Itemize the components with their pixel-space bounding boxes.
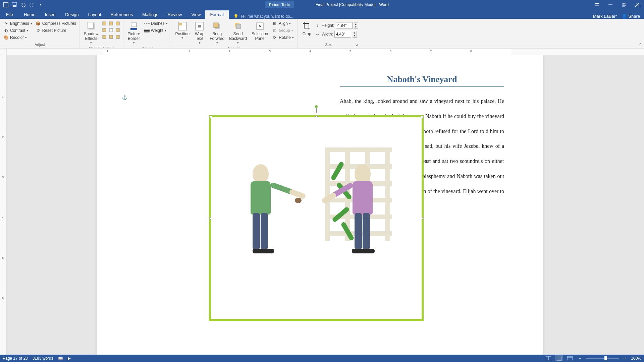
page-indicator[interactable]: Page 17 of 28 [3,356,28,361]
rotate-handle[interactable] [315,105,318,108]
tab-references[interactable]: References [106,10,138,19]
align-label: Align [279,21,288,26]
width-input[interactable] [334,31,351,38]
svg-rect-7 [622,4,625,6]
tab-design[interactable]: Design [60,10,83,19]
bring-forward-button[interactable]: Bring Forward▾ [208,20,226,46]
print-layout-icon[interactable] [555,355,563,361]
save-icon[interactable] [11,2,17,8]
group-icon: ⊡ [272,28,277,33]
title-bar: ▾ Picture Tools Final Project [Compatibi… [0,0,644,9]
weight-button[interactable]: Weight▾ [143,27,169,34]
compress-pictures-button[interactable]: 📦Compress Pictures [34,20,77,27]
close-button[interactable] [631,0,644,9]
shadow-on-off[interactable] [108,27,114,34]
zoom-out-button[interactable]: − [577,356,583,361]
read-mode-icon[interactable] [544,355,552,361]
lightbulb-icon: 💡 [233,14,238,19]
qat-customize-icon[interactable]: ▾ [38,2,44,8]
page: Naboth's Vineyard Ahab, the king, looked… [97,55,543,355]
shadow-icon [86,21,97,32]
send-backward-button[interactable]: Send Backward▾ [227,20,249,46]
recolor-button[interactable]: 🎨Recolor▾ [2,34,34,41]
ruler-h-mark: 6 [390,50,391,53]
shadow-nudge-left[interactable] [101,27,108,34]
svg-rect-40 [567,356,573,360]
rotate-button[interactable]: ⟳Rotate▾ [271,34,295,41]
user-name[interactable]: Mark LaBarr [593,14,617,19]
zoom-slider[interactable] [586,358,619,359]
svg-rect-3 [13,5,16,7]
picture-border-button[interactable]: Picture Border▾ [125,20,142,46]
tab-mailings[interactable]: Mailings [138,10,163,19]
svg-rect-23 [130,28,137,30]
minimize-button[interactable] [604,0,617,9]
reset-picture-button[interactable]: ↺Reset Picture [34,27,77,34]
vertical-ruler[interactable]: 1 2 3 4 5 6 [0,55,7,355]
align-button[interactable]: ⊞Align▾ [271,20,295,27]
document-area[interactable]: Naboth's Vineyard Ahab, the king, looked… [7,55,644,355]
group-border: Picture Border▾ Dashes▾ Weight▾ Border◢ [123,19,171,48]
size-launcher-icon[interactable]: ◢ [355,43,358,47]
height-spinner[interactable]: ▲▼ [354,22,358,29]
selected-picture[interactable] [209,115,424,321]
web-layout-icon[interactable] [566,355,574,361]
tab-format[interactable]: Format [205,10,228,19]
tab-view[interactable]: View [186,10,205,19]
shadow-nudge-up-left[interactable] [101,20,108,27]
ruler-h-mark: 3 [269,50,271,53]
share-icon: 👤 [622,14,627,19]
position-button[interactable]: Position▾ [173,20,192,41]
tab-layout[interactable]: Layout [84,10,106,19]
picture-border-label: Picture Border [127,32,140,41]
object-anchor-icon[interactable]: ⚓ [122,95,127,100]
tab-home[interactable]: Home [19,10,40,19]
height-input[interactable] [336,22,353,29]
rotate-icon: ⟳ [272,35,277,40]
macro-icon[interactable]: ▶ [68,356,71,361]
collapse-ribbon-icon[interactable]: ㅅ [639,42,642,47]
bring-forward-icon [212,21,222,32]
shadow-nudge-up-right[interactable] [114,20,121,27]
zoom-in-button[interactable]: + [622,356,628,361]
selection-pane-button[interactable]: Selection Pane [250,20,270,42]
width-spinner[interactable]: ▲▼ [353,31,357,38]
window-title: Final Project [Compatibility Mode] - Wor… [316,2,389,7]
shadow-nudge-right[interactable] [114,27,121,34]
zoom-level[interactable]: 100% [631,356,641,361]
position-icon [177,21,188,32]
shadow-nudge-up[interactable] [108,20,114,27]
tab-file[interactable]: File [0,10,19,19]
tell-me-search[interactable]: 💡 Tell me what you want to do... [229,14,298,19]
redo-icon[interactable] [29,2,35,8]
tab-insert[interactable]: Insert [40,10,61,19]
shadow-nudge-down-right[interactable] [114,34,121,40]
recolor-icon: 🎨 [3,35,9,40]
weight-label: Weight [151,28,163,33]
crop-button[interactable]: Crop [300,20,314,37]
undo-icon[interactable] [20,2,26,8]
ruler-v-mark: 6 [2,296,4,300]
shadow-nudge-down-left[interactable] [101,34,108,40]
zoom-thumb[interactable] [604,356,607,360]
bring-forward-label: Bring Forward [210,32,224,41]
ribbon-display-icon[interactable] [590,0,604,9]
ruler-corner[interactable]: L [0,48,7,55]
group-button[interactable]: ⊡Group▾ [271,27,295,34]
selection-pane-icon [255,21,265,32]
shadow-effects-button[interactable]: Shadow Effects▾ [82,20,100,46]
share-button[interactable]: 👤 Share [622,14,640,19]
brightness-button[interactable]: ☀Brightness▾ [2,20,34,27]
word-count[interactable]: 3183 words [33,356,53,361]
maximize-button[interactable] [617,0,631,9]
group-arrange: Position▾ Wrap Text▾ Bring Forward▾ Send… [171,19,298,48]
horizontal-ruler[interactable]: 1 1 2 3 4 5 6 7 8 [7,48,644,55]
tab-review[interactable]: Review [163,10,187,19]
contrast-button[interactable]: ◐Contrast▾ [2,27,34,34]
ruler-h-mark: 2 [229,50,230,53]
ruler-v-mark: 1 [2,95,4,99]
dashes-button[interactable]: Dashes▾ [143,20,169,27]
spell-check-icon[interactable]: 📖 [58,356,63,361]
wrap-text-button[interactable]: Wrap Text▾ [192,20,207,46]
shadow-nudge-down[interactable] [108,34,114,40]
